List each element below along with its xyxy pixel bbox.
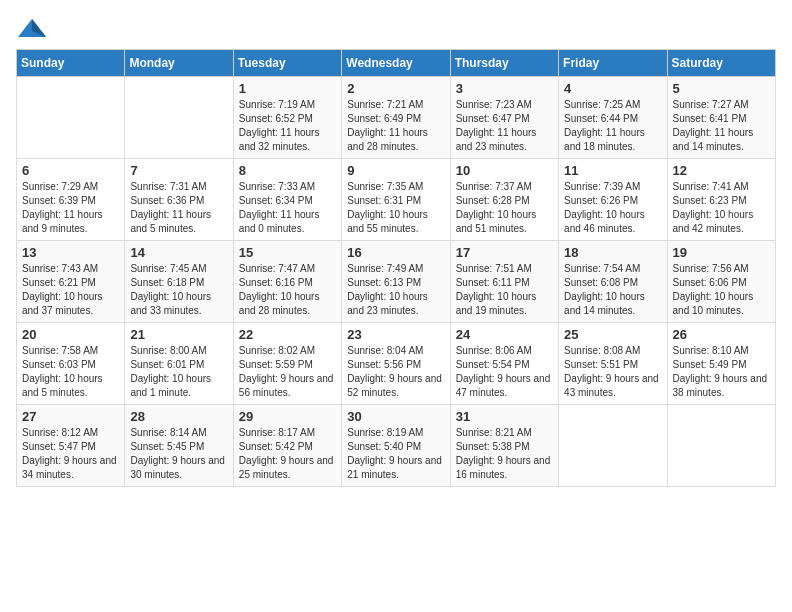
day-number: 19 <box>673 245 770 260</box>
day-info: Sunrise: 8:10 AMSunset: 5:49 PMDaylight:… <box>673 344 770 400</box>
day-info: Sunrise: 7:35 AMSunset: 6:31 PMDaylight:… <box>347 180 444 236</box>
day-number: 12 <box>673 163 770 178</box>
calendar-cell: 18 Sunrise: 7:54 AMSunset: 6:08 PMDaylig… <box>559 241 667 323</box>
day-number: 13 <box>22 245 119 260</box>
calendar-cell: 30 Sunrise: 8:19 AMSunset: 5:40 PMDaylig… <box>342 405 450 487</box>
calendar-cell: 16 Sunrise: 7:49 AMSunset: 6:13 PMDaylig… <box>342 241 450 323</box>
day-number: 15 <box>239 245 336 260</box>
weekday-header: Saturday <box>667 50 775 77</box>
calendar-cell: 22 Sunrise: 8:02 AMSunset: 5:59 PMDaylig… <box>233 323 341 405</box>
day-number: 9 <box>347 163 444 178</box>
calendar-cell <box>559 405 667 487</box>
calendar-week-row: 6 Sunrise: 7:29 AMSunset: 6:39 PMDayligh… <box>17 159 776 241</box>
weekday-header: Monday <box>125 50 233 77</box>
day-number: 18 <box>564 245 661 260</box>
day-number: 26 <box>673 327 770 342</box>
calendar-cell: 21 Sunrise: 8:00 AMSunset: 6:01 PMDaylig… <box>125 323 233 405</box>
day-number: 17 <box>456 245 553 260</box>
day-info: Sunrise: 7:39 AMSunset: 6:26 PMDaylight:… <box>564 180 661 236</box>
day-info: Sunrise: 8:21 AMSunset: 5:38 PMDaylight:… <box>456 426 553 482</box>
calendar-cell: 31 Sunrise: 8:21 AMSunset: 5:38 PMDaylig… <box>450 405 558 487</box>
day-number: 3 <box>456 81 553 96</box>
weekday-header: Tuesday <box>233 50 341 77</box>
day-info: Sunrise: 7:51 AMSunset: 6:11 PMDaylight:… <box>456 262 553 318</box>
day-number: 2 <box>347 81 444 96</box>
day-info: Sunrise: 8:00 AMSunset: 6:01 PMDaylight:… <box>130 344 227 400</box>
calendar-cell: 9 Sunrise: 7:35 AMSunset: 6:31 PMDayligh… <box>342 159 450 241</box>
day-info: Sunrise: 7:41 AMSunset: 6:23 PMDaylight:… <box>673 180 770 236</box>
day-number: 8 <box>239 163 336 178</box>
day-info: Sunrise: 7:29 AMSunset: 6:39 PMDaylight:… <box>22 180 119 236</box>
calendar-cell: 15 Sunrise: 7:47 AMSunset: 6:16 PMDaylig… <box>233 241 341 323</box>
calendar-cell: 1 Sunrise: 7:19 AMSunset: 6:52 PMDayligh… <box>233 77 341 159</box>
day-info: Sunrise: 7:54 AMSunset: 6:08 PMDaylight:… <box>564 262 661 318</box>
day-info: Sunrise: 7:49 AMSunset: 6:13 PMDaylight:… <box>347 262 444 318</box>
calendar-cell: 3 Sunrise: 7:23 AMSunset: 6:47 PMDayligh… <box>450 77 558 159</box>
day-info: Sunrise: 7:58 AMSunset: 6:03 PMDaylight:… <box>22 344 119 400</box>
day-info: Sunrise: 7:47 AMSunset: 6:16 PMDaylight:… <box>239 262 336 318</box>
day-number: 23 <box>347 327 444 342</box>
calendar-cell: 8 Sunrise: 7:33 AMSunset: 6:34 PMDayligh… <box>233 159 341 241</box>
calendar-cell: 10 Sunrise: 7:37 AMSunset: 6:28 PMDaylig… <box>450 159 558 241</box>
day-number: 11 <box>564 163 661 178</box>
calendar-cell: 20 Sunrise: 7:58 AMSunset: 6:03 PMDaylig… <box>17 323 125 405</box>
calendar-cell: 19 Sunrise: 7:56 AMSunset: 6:06 PMDaylig… <box>667 241 775 323</box>
day-info: Sunrise: 7:43 AMSunset: 6:21 PMDaylight:… <box>22 262 119 318</box>
calendar-cell: 4 Sunrise: 7:25 AMSunset: 6:44 PMDayligh… <box>559 77 667 159</box>
day-number: 20 <box>22 327 119 342</box>
day-info: Sunrise: 8:04 AMSunset: 5:56 PMDaylight:… <box>347 344 444 400</box>
day-number: 27 <box>22 409 119 424</box>
page-header <box>16 16 776 37</box>
weekday-header: Wednesday <box>342 50 450 77</box>
calendar-cell: 5 Sunrise: 7:27 AMSunset: 6:41 PMDayligh… <box>667 77 775 159</box>
day-info: Sunrise: 7:33 AMSunset: 6:34 PMDaylight:… <box>239 180 336 236</box>
day-info: Sunrise: 8:08 AMSunset: 5:51 PMDaylight:… <box>564 344 661 400</box>
calendar-cell: 17 Sunrise: 7:51 AMSunset: 6:11 PMDaylig… <box>450 241 558 323</box>
day-number: 25 <box>564 327 661 342</box>
day-number: 29 <box>239 409 336 424</box>
day-info: Sunrise: 7:45 AMSunset: 6:18 PMDaylight:… <box>130 262 227 318</box>
calendar-cell: 27 Sunrise: 8:12 AMSunset: 5:47 PMDaylig… <box>17 405 125 487</box>
day-number: 5 <box>673 81 770 96</box>
day-info: Sunrise: 7:23 AMSunset: 6:47 PMDaylight:… <box>456 98 553 154</box>
day-info: Sunrise: 8:14 AMSunset: 5:45 PMDaylight:… <box>130 426 227 482</box>
calendar-cell: 12 Sunrise: 7:41 AMSunset: 6:23 PMDaylig… <box>667 159 775 241</box>
weekday-header: Sunday <box>17 50 125 77</box>
day-number: 6 <box>22 163 119 178</box>
header-row: SundayMondayTuesdayWednesdayThursdayFrid… <box>17 50 776 77</box>
day-number: 7 <box>130 163 227 178</box>
calendar-week-row: 27 Sunrise: 8:12 AMSunset: 5:47 PMDaylig… <box>17 405 776 487</box>
calendar-cell: 24 Sunrise: 8:06 AMSunset: 5:54 PMDaylig… <box>450 323 558 405</box>
day-info: Sunrise: 8:19 AMSunset: 5:40 PMDaylight:… <box>347 426 444 482</box>
day-number: 24 <box>456 327 553 342</box>
day-info: Sunrise: 7:21 AMSunset: 6:49 PMDaylight:… <box>347 98 444 154</box>
day-info: Sunrise: 7:31 AMSunset: 6:36 PMDaylight:… <box>130 180 227 236</box>
calendar-cell: 14 Sunrise: 7:45 AMSunset: 6:18 PMDaylig… <box>125 241 233 323</box>
day-number: 30 <box>347 409 444 424</box>
calendar-week-row: 1 Sunrise: 7:19 AMSunset: 6:52 PMDayligh… <box>17 77 776 159</box>
day-info: Sunrise: 7:19 AMSunset: 6:52 PMDaylight:… <box>239 98 336 154</box>
day-info: Sunrise: 7:27 AMSunset: 6:41 PMDaylight:… <box>673 98 770 154</box>
weekday-header: Thursday <box>450 50 558 77</box>
calendar-cell: 23 Sunrise: 8:04 AMSunset: 5:56 PMDaylig… <box>342 323 450 405</box>
day-info: Sunrise: 8:02 AMSunset: 5:59 PMDaylight:… <box>239 344 336 400</box>
calendar-cell: 28 Sunrise: 8:14 AMSunset: 5:45 PMDaylig… <box>125 405 233 487</box>
calendar-week-row: 13 Sunrise: 7:43 AMSunset: 6:21 PMDaylig… <box>17 241 776 323</box>
calendar-cell: 7 Sunrise: 7:31 AMSunset: 6:36 PMDayligh… <box>125 159 233 241</box>
day-number: 4 <box>564 81 661 96</box>
weekday-header: Friday <box>559 50 667 77</box>
calendar-cell: 2 Sunrise: 7:21 AMSunset: 6:49 PMDayligh… <box>342 77 450 159</box>
day-info: Sunrise: 8:17 AMSunset: 5:42 PMDaylight:… <box>239 426 336 482</box>
calendar-cell <box>667 405 775 487</box>
calendar-cell: 29 Sunrise: 8:17 AMSunset: 5:42 PMDaylig… <box>233 405 341 487</box>
calendar-cell: 13 Sunrise: 7:43 AMSunset: 6:21 PMDaylig… <box>17 241 125 323</box>
calendar-cell <box>17 77 125 159</box>
day-number: 22 <box>239 327 336 342</box>
day-number: 28 <box>130 409 227 424</box>
day-info: Sunrise: 7:56 AMSunset: 6:06 PMDaylight:… <box>673 262 770 318</box>
day-number: 31 <box>456 409 553 424</box>
calendar-cell <box>125 77 233 159</box>
calendar-table: SundayMondayTuesdayWednesdayThursdayFrid… <box>16 49 776 487</box>
day-number: 10 <box>456 163 553 178</box>
calendar-cell: 26 Sunrise: 8:10 AMSunset: 5:49 PMDaylig… <box>667 323 775 405</box>
